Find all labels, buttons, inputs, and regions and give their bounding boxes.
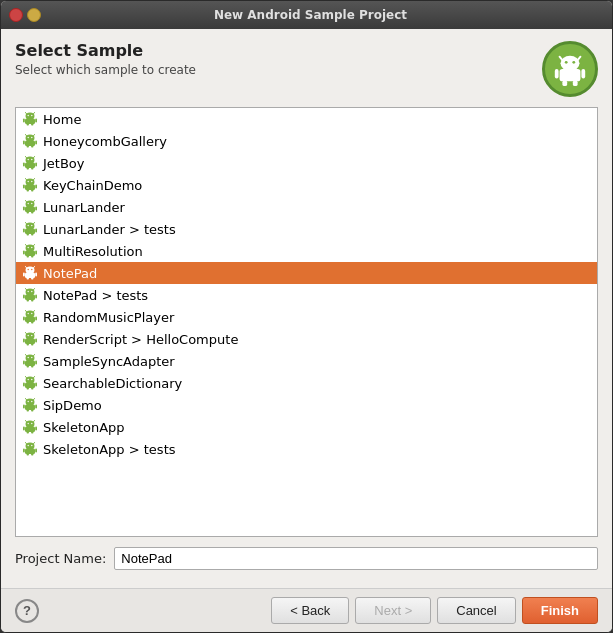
svg-point-42 — [26, 178, 35, 185]
list-item[interactable]: SipDemo — [16, 394, 597, 416]
svg-point-113 — [28, 334, 29, 335]
list-item-label: SearchableDictionary — [43, 376, 182, 391]
svg-point-54 — [31, 202, 32, 203]
svg-rect-28 — [27, 145, 30, 147]
back-button[interactable]: < Back — [271, 597, 349, 624]
svg-rect-149 — [31, 409, 34, 411]
svg-point-103 — [28, 312, 29, 313]
svg-rect-66 — [23, 228, 25, 232]
list-item[interactable]: NotePad > tests — [16, 284, 597, 306]
svg-rect-126 — [23, 360, 25, 364]
svg-point-123 — [28, 356, 29, 357]
svg-point-154 — [31, 422, 32, 423]
svg-rect-78 — [27, 255, 30, 257]
svg-rect-116 — [23, 338, 25, 342]
project-name-input[interactable] — [114, 547, 598, 570]
svg-rect-139 — [31, 387, 34, 389]
svg-rect-107 — [35, 316, 37, 320]
svg-point-92 — [26, 288, 35, 295]
main-window: New Android Sample Project Select Sample… — [0, 0, 613, 633]
svg-rect-148 — [27, 409, 30, 411]
list-item[interactable]: LunarLander > tests — [16, 218, 597, 240]
list-item[interactable]: SkeletonApp > tests — [16, 438, 597, 460]
svg-rect-15 — [25, 118, 35, 124]
android-mini-icon — [22, 154, 38, 173]
android-mini-icon — [22, 132, 38, 151]
svg-rect-86 — [23, 272, 25, 276]
svg-rect-36 — [23, 162, 25, 166]
sample-list[interactable]: Home HoneycombGallery JetBoy — [15, 107, 598, 537]
footer: ? < Back Next > Cancel Finish — [1, 588, 612, 632]
list-item[interactable]: SkeletonApp — [16, 416, 597, 438]
cancel-button[interactable]: Cancel — [437, 597, 515, 624]
svg-rect-159 — [31, 431, 34, 433]
svg-point-64 — [31, 224, 32, 225]
list-item[interactable]: SearchableDictionary — [16, 372, 597, 394]
svg-point-93 — [28, 290, 29, 291]
svg-point-114 — [31, 334, 32, 335]
project-name-label: Project Name: — [15, 551, 106, 566]
svg-rect-135 — [25, 382, 35, 388]
svg-rect-59 — [31, 211, 34, 213]
finish-button[interactable]: Finish — [522, 597, 598, 624]
svg-point-14 — [31, 114, 32, 115]
svg-point-34 — [31, 158, 32, 159]
svg-point-112 — [26, 332, 35, 339]
svg-rect-8 — [562, 80, 567, 86]
svg-rect-106 — [23, 316, 25, 320]
svg-point-83 — [28, 268, 29, 269]
footer-right: < Back Next > Cancel Finish — [271, 597, 598, 624]
list-item[interactable]: NotePad — [16, 262, 597, 284]
svg-point-13 — [28, 114, 29, 115]
list-item-label: NotePad — [43, 266, 97, 281]
svg-rect-7 — [581, 69, 585, 79]
help-button[interactable]: ? — [15, 599, 39, 623]
list-item[interactable]: Home — [16, 108, 597, 130]
list-item[interactable]: LunarLander — [16, 196, 597, 218]
svg-point-33 — [28, 158, 29, 159]
svg-rect-129 — [31, 365, 34, 367]
minimize-button[interactable] — [27, 8, 41, 22]
list-item[interactable]: KeyChainDemo — [16, 174, 597, 196]
svg-rect-9 — [573, 80, 578, 86]
list-item[interactable]: JetBoy — [16, 152, 597, 174]
list-item[interactable]: RenderScript > HelloCompute — [16, 328, 597, 350]
list-item[interactable]: HoneycombGallery — [16, 130, 597, 152]
close-button[interactable] — [9, 8, 23, 22]
svg-rect-167 — [35, 448, 37, 452]
next-button[interactable]: Next > — [355, 597, 431, 624]
svg-rect-5 — [560, 69, 581, 81]
svg-point-53 — [28, 202, 29, 203]
list-item-label: JetBoy — [43, 156, 85, 171]
svg-rect-18 — [27, 123, 30, 125]
list-item-label: LunarLander — [43, 200, 125, 215]
svg-rect-19 — [31, 123, 34, 125]
android-mini-icon — [22, 286, 38, 305]
svg-point-133 — [28, 378, 29, 379]
svg-rect-87 — [35, 272, 37, 276]
list-item-label: Home — [43, 112, 81, 127]
svg-rect-155 — [25, 426, 35, 432]
page-title: Select Sample — [15, 41, 196, 60]
svg-point-52 — [26, 200, 35, 207]
window-controls — [9, 8, 41, 22]
svg-point-163 — [28, 444, 29, 445]
svg-rect-137 — [35, 382, 37, 386]
svg-point-104 — [31, 312, 32, 313]
list-item-label: SkeletonApp > tests — [43, 442, 176, 457]
svg-rect-169 — [31, 453, 34, 455]
svg-point-134 — [31, 378, 32, 379]
svg-rect-118 — [27, 343, 30, 345]
svg-point-84 — [31, 268, 32, 269]
list-item[interactable]: MultiResolution — [16, 240, 597, 262]
svg-point-132 — [26, 376, 35, 383]
svg-rect-136 — [23, 382, 25, 386]
svg-rect-26 — [23, 140, 25, 144]
svg-rect-158 — [27, 431, 30, 433]
svg-rect-128 — [27, 365, 30, 367]
svg-rect-68 — [27, 233, 30, 235]
svg-point-74 — [31, 246, 32, 247]
list-item[interactable]: RandomMusicPlayer — [16, 306, 597, 328]
list-item[interactable]: SampleSyncAdapter — [16, 350, 597, 372]
page-subtitle: Select which sample to create — [15, 63, 196, 77]
